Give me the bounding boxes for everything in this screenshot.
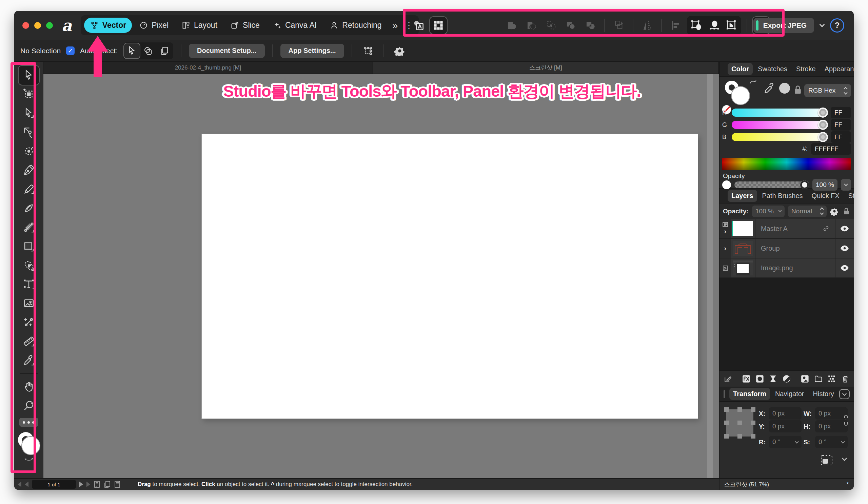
adjustment-button[interactable] [769,374,777,383]
layer-visibility-toggle[interactable] [835,239,854,258]
export-button[interactable]: Export JPEG [753,18,814,33]
document-setup-button[interactable]: Document Setup... [189,44,265,58]
layer-list-empty-area[interactable] [720,278,854,370]
zoom-tool[interactable] [19,396,39,415]
corner-tool[interactable] [19,123,39,142]
character-style-toggle[interactable] [410,17,427,34]
more-tools-button[interactable] [19,418,38,427]
fill-adjust-button[interactable] [782,374,791,383]
opacity-slider-knob[interactable] [800,181,809,189]
place-image-tool[interactable] [19,294,39,313]
move-tool[interactable] [19,66,39,85]
transform-separately-toggle[interactable] [723,17,740,34]
red-slider-knob[interactable] [818,107,828,118]
tab-canva-ai[interactable]: Canva AI [267,18,322,33]
opacity-value-field[interactable]: 100 % [813,179,837,191]
opacity-slider[interactable] [734,182,809,188]
select-behind-button[interactable] [141,43,156,58]
blue-value-field[interactable]: FF [831,131,851,143]
zoom-window-button[interactable] [46,22,53,29]
layer-visibility-toggle[interactable] [835,258,854,277]
select-cursor-button[interactable] [124,43,140,58]
shear-field[interactable]: 0 ° [815,436,848,448]
tab-transform[interactable]: Transform [729,388,770,400]
first-page-button[interactable] [18,482,21,487]
new-group-button[interactable] [814,374,823,383]
fx-button[interactable] [742,374,751,383]
persona-overflow-chevron[interactable]: » [389,20,402,31]
y-field[interactable]: 0 px [769,420,802,432]
previous-page-button[interactable] [25,482,29,487]
rectangle-tool[interactable] [19,237,39,256]
green-slider-knob[interactable] [818,120,828,130]
tab-navigator[interactable]: Navigator [771,388,808,400]
pen-tool[interactable] [19,161,39,180]
hue-spectrum-strip[interactable] [722,158,851,170]
shape-builder-tool[interactable] [19,256,39,275]
layer-row-image[interactable]: Image.png [720,258,854,278]
tab-swatches[interactable]: Swatches [754,63,791,75]
last-page-button[interactable] [86,482,90,487]
blue-slider-knob[interactable] [818,132,828,142]
layer-lock-icon[interactable] [842,207,850,216]
layer-opacity-select[interactable]: 100 % [752,206,785,217]
tab-retouching[interactable]: Retouching [324,18,387,33]
selection-box-chevron[interactable] [842,456,847,461]
duplicate-page-icon[interactable] [104,481,111,488]
view-hand-tool[interactable] [19,377,39,396]
text-tool[interactable] [19,275,39,294]
transform-panel-menu-button[interactable] [839,389,850,399]
document-viewport[interactable]: Studio를 바꾸면 Tools와 Toolbar, Panel 환경이 변경… [43,74,719,478]
minimize-window-button[interactable] [34,22,41,29]
tab-vector[interactable]: Vector [84,18,132,33]
anchor-point-selector[interactable] [726,409,753,436]
pencil-tool[interactable] [19,180,39,199]
color-picker-tool[interactable] [19,351,39,370]
green-slider[interactable] [732,121,827,129]
page-notes-icon[interactable] [114,481,121,488]
tab-stroke[interactable]: Stroke [792,63,819,75]
red-value-field[interactable]: FF [831,107,851,119]
fill-swatch[interactable] [732,87,749,104]
app-settings-button[interactable]: App Settings... [280,44,344,58]
measure-tool[interactable] [19,332,39,351]
tab-styles[interactable]: Styles [845,190,854,202]
close-window-button[interactable] [22,22,29,29]
tab-pixel[interactable]: Pixel [133,18,174,33]
artboard-tool[interactable] [19,85,39,104]
help-button[interactable]: ? [830,18,844,33]
swap-colors-icon[interactable] [24,456,33,461]
panel-grip[interactable] [724,390,725,398]
snapping-grid-button[interactable] [360,43,376,59]
delete-layer-button[interactable] [841,374,850,383]
link-dimensions-icon[interactable] [843,414,849,428]
layer-visibility-toggle[interactable] [835,219,854,238]
mask-button[interactable] [755,374,764,383]
page-indicator[interactable]: 1 of 1 [32,480,76,489]
red-slider[interactable] [732,109,827,117]
lock-icon[interactable] [793,84,803,96]
transform-objects-toggle[interactable] [688,17,705,34]
auto-select-checkbox[interactable]: ✓ [66,47,75,55]
grid-gallery-toggle[interactable] [430,17,447,34]
opacity-dropdown-button[interactable] [841,179,851,191]
tab-history[interactable]: History [809,388,838,400]
green-value-field[interactable]: FF [831,119,851,131]
swap-fill-stroke-icon[interactable] [749,79,757,86]
expand-chevron[interactable]: › [724,228,726,235]
document-tab-1[interactable]: 2026-02-4_thumb.png [M] [43,62,373,74]
color-mode-select[interactable]: RGB Hex [804,84,851,97]
duplicate-selection-button[interactable] [157,43,172,58]
tab-appearance[interactable]: Appearance [821,63,854,75]
tab-color[interactable]: Color [727,63,753,75]
show-handles-toggle[interactable] [705,17,723,34]
edit-layer-icon[interactable] [724,374,732,383]
pattern-layer-button[interactable] [827,374,836,383]
expand-chevron[interactable]: › [724,245,726,252]
selection-box-icon[interactable] [820,455,833,466]
document-page[interactable] [202,134,698,419]
fill-color-well[interactable] [22,437,40,454]
hex-value-field[interactable]: FFFFFF [811,143,851,155]
x-field[interactable]: 0 px [769,407,802,420]
layer-row-master-a[interactable]: › Master A [720,219,854,239]
